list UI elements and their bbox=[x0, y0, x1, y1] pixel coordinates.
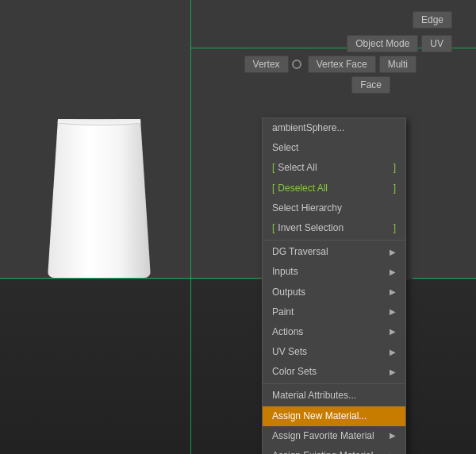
menu-item-dg-traversal[interactable]: DG Traversal ▶ bbox=[263, 242, 405, 262]
menu-item-select-all[interactable]: [ Select All ] bbox=[263, 158, 405, 178]
bracket-right-invert: ] bbox=[393, 221, 396, 236]
bracket-left-deselect: [ bbox=[272, 181, 274, 196]
viewport: Edge Object Mode UV Vertex Vertex Face M… bbox=[0, 0, 476, 454]
bracket-right-select-all: ] bbox=[393, 160, 396, 175]
arrow-outputs: ▶ bbox=[390, 286, 396, 298]
arrow-inputs: ▶ bbox=[390, 266, 396, 279]
edge-button[interactable]: Edge bbox=[413, 11, 452, 29]
third-toolbar: Vertex Vertex Face Multi bbox=[244, 56, 416, 73]
second-toolbar: Object Mode UV bbox=[347, 35, 452, 52]
top-toolbar: Edge bbox=[413, 11, 452, 29]
menu-item-uv-sets[interactable]: UV Sets ▶ bbox=[263, 342, 405, 362]
radio-button[interactable] bbox=[292, 60, 301, 69]
vertex-face-button[interactable]: Vertex Face bbox=[308, 56, 376, 73]
crosshair-horizontal bbox=[0, 278, 266, 279]
menu-item-assign-existing-material[interactable]: Assign Existing Material ▶ bbox=[263, 446, 405, 454]
uv-button[interactable]: UV bbox=[421, 35, 452, 52]
arrow-assign-existing: ▶ bbox=[390, 450, 396, 454]
menu-item-select[interactable]: Select bbox=[263, 138, 405, 158]
menu-item-paint[interactable]: Paint ▶ bbox=[263, 302, 405, 322]
face-button[interactable]: Face bbox=[351, 76, 390, 94]
bracket-right-deselect: ] bbox=[393, 181, 396, 196]
object-mode-button[interactable]: Object Mode bbox=[347, 35, 418, 52]
cup-rim-inner bbox=[48, 110, 144, 120]
arrow-uv-sets: ▶ bbox=[390, 346, 396, 359]
menu-separator-1 bbox=[263, 240, 405, 240]
cup-body bbox=[48, 119, 151, 278]
crosshair-horizontal-2 bbox=[413, 278, 476, 279]
arrow-actions: ▶ bbox=[390, 325, 396, 338]
menu-item-outputs[interactable]: Outputs ▶ bbox=[263, 283, 405, 302]
menu-item-color-sets[interactable]: Color Sets ▶ bbox=[263, 362, 405, 382]
menu-item-material-attributes[interactable]: Material Attributes... bbox=[263, 386, 405, 406]
menu-item-assign-new-material[interactable]: Assign New Material... bbox=[263, 406, 405, 426]
menu-item-inputs[interactable]: Inputs ▶ bbox=[263, 262, 405, 282]
arrow-paint: ▶ bbox=[390, 306, 396, 318]
crosshair-vertical bbox=[190, 0, 191, 454]
arrow-color-sets: ▶ bbox=[390, 366, 396, 379]
multi-button[interactable]: Multi bbox=[379, 56, 416, 73]
menu-item-select-hierarchy[interactable]: Select Hierarchy bbox=[263, 198, 405, 218]
face-toolbar: Face bbox=[351, 76, 390, 94]
bracket-left-select-all: [ bbox=[272, 160, 274, 175]
arrow-dg-traversal: ▶ bbox=[390, 246, 396, 259]
menu-item-deselect-all[interactable]: [ Deselect All ] bbox=[263, 179, 405, 198]
menu-item-actions[interactable]: Actions ▶ bbox=[263, 322, 405, 342]
vertex-button[interactable]: Vertex bbox=[244, 56, 289, 73]
arrow-assign-favorite: ▶ bbox=[390, 429, 396, 442]
menu-item-ambient-sphere[interactable]: ambientSphere... bbox=[263, 118, 405, 138]
cup-object bbox=[48, 119, 151, 278]
cup-rim bbox=[44, 113, 155, 125]
menu-separator-2 bbox=[263, 383, 405, 384]
bracket-left-invert: [ bbox=[272, 221, 274, 236]
menu-item-invert-selection[interactable]: [ Invert Selection ] bbox=[263, 218, 405, 238]
menu-item-assign-favorite-material[interactable]: Assign Favorite Material ▶ bbox=[263, 426, 405, 446]
context-menu: ambientSphere... Select [ Select All ] [… bbox=[262, 117, 406, 454]
